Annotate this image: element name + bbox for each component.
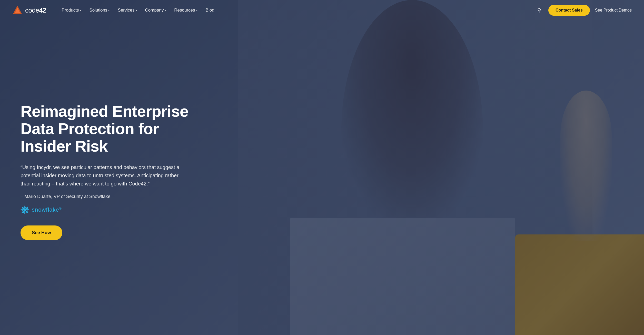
snowflake-name: snowflake® — [32, 206, 62, 213]
nav-solutions[interactable]: Solutions ▾ — [86, 6, 113, 15]
search-icon[interactable]: ⚲ — [535, 5, 543, 15]
logo-text: code42 — [25, 6, 46, 14]
see-product-demos-link[interactable]: See Product Demos — [595, 8, 632, 13]
nav-links: Products ▾ Solutions ▾ Services ▾ Compan… — [58, 6, 535, 15]
hero-attribution: – Mario Duarte, VP of Security at Snowfl… — [21, 194, 190, 199]
chevron-down-icon: ▾ — [196, 9, 197, 12]
nav-company[interactable]: Company ▾ — [142, 6, 169, 15]
see-how-button[interactable]: See How — [21, 225, 62, 240]
chevron-down-icon: ▾ — [108, 9, 110, 12]
nav-services[interactable]: Services ▾ — [115, 6, 140, 15]
hero-quote: “Using Incydr, we see particular pattern… — [21, 163, 190, 188]
nav-resources[interactable]: Resources ▾ — [171, 6, 200, 15]
chevron-down-icon: ▾ — [165, 9, 166, 12]
chevron-down-icon: ▾ — [136, 9, 137, 12]
hero-content: Reimagined Enterprise Data Protection fo… — [0, 103, 210, 240]
chevron-down-icon: ▾ — [80, 9, 81, 12]
hero-headline: Reimagined Enterprise Data Protection fo… — [21, 103, 190, 155]
snowflake-icon — [21, 205, 29, 214]
nav-blog[interactable]: Blog — [203, 6, 217, 15]
contact-sales-button[interactable]: Contact Sales — [548, 5, 590, 16]
logo[interactable]: code42 — [12, 5, 46, 15]
nav-products[interactable]: Products ▾ — [58, 6, 84, 15]
snowflake-logo: snowflake® — [21, 205, 190, 214]
